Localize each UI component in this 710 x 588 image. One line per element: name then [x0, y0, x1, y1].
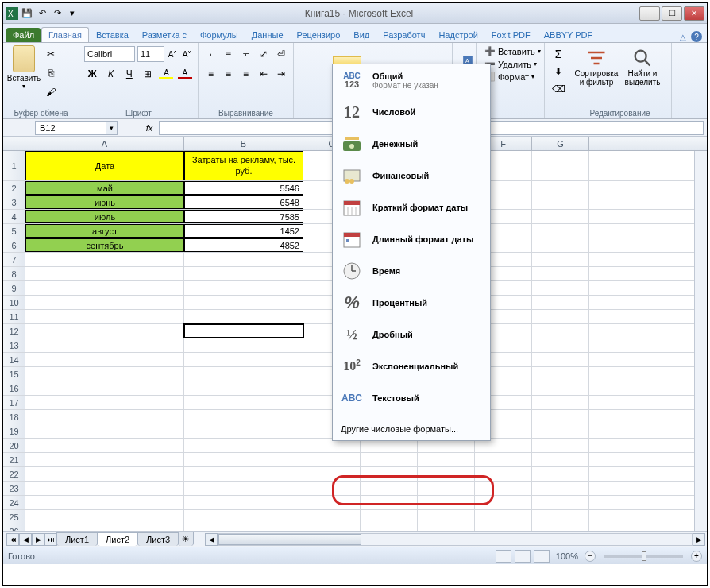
- cell[interactable]: [361, 453, 418, 466]
- cell[interactable]: [418, 453, 475, 466]
- cell[interactable]: [303, 496, 361, 509]
- cell[interactable]: [532, 467, 589, 481]
- row-header[interactable]: 2: [3, 181, 25, 195]
- sheet-nav-first[interactable]: ⏮: [6, 533, 19, 546]
- sheet-nav-prev[interactable]: ◀: [19, 533, 32, 546]
- view-page-layout-icon[interactable]: [515, 550, 531, 563]
- row-header[interactable]: 26: [3, 524, 25, 531]
- cell[interactable]: [361, 496, 418, 509]
- sheet-tab-new[interactable]: ✳: [178, 532, 194, 546]
- number-format-fraction[interactable]: ½Дробный: [333, 319, 490, 350]
- cell[interactable]: [184, 253, 303, 266]
- cell[interactable]: [184, 381, 303, 395]
- cell[interactable]: [25, 496, 184, 509]
- cell[interactable]: [475, 453, 532, 466]
- cell[interactable]: [418, 524, 475, 531]
- view-normal-icon[interactable]: [496, 550, 511, 563]
- number-format-percent[interactable]: %Процентный: [333, 287, 490, 319]
- cell[interactable]: Затраты на рекламу, тыс. руб.: [184, 151, 303, 180]
- cell[interactable]: [532, 353, 589, 366]
- row-header[interactable]: 3: [3, 195, 25, 209]
- number-format-scientific[interactable]: 102Экспоненциальный: [333, 350, 490, 382]
- cell[interactable]: [184, 324, 303, 338]
- minimize-button[interactable]: —: [639, 6, 660, 21]
- cell[interactable]: [532, 324, 589, 338]
- cell[interactable]: [532, 310, 589, 323]
- hscroll-left[interactable]: ◀: [205, 533, 218, 546]
- cell[interactable]: [532, 195, 589, 209]
- cell[interactable]: [475, 524, 532, 531]
- row-header[interactable]: 14: [3, 353, 25, 366]
- cell[interactable]: [184, 496, 303, 509]
- cell[interactable]: Дата: [25, 151, 184, 180]
- row-header[interactable]: 21: [3, 453, 25, 466]
- cell[interactable]: [184, 267, 303, 280]
- cell[interactable]: [532, 439, 589, 452]
- cell[interactable]: [184, 338, 303, 352]
- row-header[interactable]: 11: [3, 310, 25, 323]
- cell[interactable]: [184, 424, 303, 438]
- cell[interactable]: [25, 338, 184, 352]
- ribbon-minimize-icon[interactable]: △: [680, 33, 686, 41]
- cell[interactable]: [532, 181, 589, 195]
- tab-layout[interactable]: Разметка с: [136, 28, 193, 42]
- font-color-icon[interactable]: A: [177, 65, 193, 83]
- number-format-time[interactable]: Время: [333, 255, 490, 287]
- help-icon[interactable]: ?: [691, 31, 702, 42]
- tab-addins[interactable]: Надстрой: [432, 28, 484, 42]
- row-header[interactable]: 6: [3, 238, 25, 252]
- row-header[interactable]: 16: [3, 381, 25, 395]
- cell[interactable]: [418, 510, 475, 524]
- align-top-icon[interactable]: ⫠: [203, 45, 218, 63]
- row-header[interactable]: 19: [3, 424, 25, 438]
- cell[interactable]: [25, 410, 184, 424]
- cell[interactable]: [303, 453, 361, 466]
- number-format-text[interactable]: ABCТекстовый: [333, 382, 490, 414]
- cell[interactable]: [418, 467, 475, 481]
- tab-abbyy[interactable]: ABBYY PDF: [538, 28, 600, 42]
- number-format-accounting[interactable]: Финансовый: [333, 160, 490, 191]
- select-all-corner[interactable]: [3, 137, 25, 150]
- cell[interactable]: [303, 467, 361, 481]
- underline-icon[interactable]: Ч: [122, 65, 137, 83]
- zoom-in-button[interactable]: +: [691, 551, 702, 562]
- row-header[interactable]: 13: [3, 338, 25, 352]
- cell[interactable]: [532, 410, 589, 424]
- cell[interactable]: [25, 424, 184, 438]
- fill-color-icon[interactable]: A: [158, 65, 174, 83]
- tab-insert[interactable]: Вставка: [90, 28, 135, 42]
- cell[interactable]: [25, 439, 184, 452]
- border-icon[interactable]: ⊞: [140, 65, 156, 83]
- row-header[interactable]: 20: [3, 439, 25, 452]
- tab-data[interactable]: Данные: [245, 28, 290, 42]
- tab-formulas[interactable]: Формулы: [194, 28, 245, 42]
- row-header[interactable]: 10: [3, 296, 25, 309]
- save-icon[interactable]: 💾: [21, 7, 33, 20]
- col-header-a[interactable]: A: [25, 137, 184, 150]
- font-name-input[interactable]: [84, 46, 135, 62]
- cell[interactable]: 5546: [184, 181, 303, 195]
- align-middle-icon[interactable]: ≡: [221, 45, 236, 63]
- cell[interactable]: [184, 367, 303, 381]
- row-header[interactable]: 7: [3, 253, 25, 266]
- cell[interactable]: [532, 267, 589, 280]
- cell[interactable]: [25, 381, 184, 395]
- cell[interactable]: май: [25, 181, 184, 195]
- paste-button[interactable]: Вставить ▾: [8, 45, 40, 93]
- cell[interactable]: [303, 482, 361, 495]
- col-header-b[interactable]: B: [184, 137, 303, 150]
- sheet-nav-last[interactable]: ⏭: [44, 533, 57, 546]
- fx-button[interactable]: fx: [141, 121, 157, 135]
- cell[interactable]: [532, 238, 589, 252]
- sort-filter-button[interactable]: Сортировка и фильтр: [573, 45, 619, 87]
- undo-icon[interactable]: ↶: [36, 7, 48, 20]
- row-header[interactable]: 9: [3, 281, 25, 295]
- cell[interactable]: сентябрь: [25, 238, 184, 252]
- cell[interactable]: [532, 367, 589, 381]
- vertical-scrollbar[interactable]: [694, 151, 707, 531]
- cell[interactable]: [532, 210, 589, 223]
- cell[interactable]: [25, 296, 184, 309]
- cell[interactable]: [532, 151, 589, 180]
- cell[interactable]: [184, 296, 303, 309]
- cell[interactable]: [361, 482, 418, 495]
